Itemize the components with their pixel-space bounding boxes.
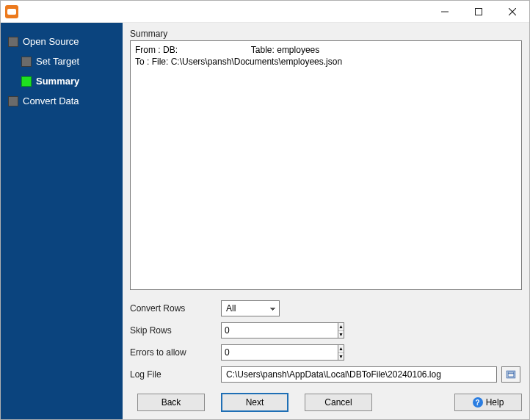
skip-rows-label: Skip Rows	[130, 325, 217, 336]
summary-textbox[interactable]: From : DB: Table: employees To : File: C…	[130, 40, 522, 290]
options-form: Convert Rows All Skip Rows ▲ ▼	[130, 300, 522, 383]
svg-rect-1	[476, 8, 482, 15]
maximize-icon	[475, 8, 482, 15]
sidebar-item-set-target[interactable]: Set Target	[18, 51, 123, 71]
sidebar-item-label: Summary	[36, 76, 79, 87]
help-button[interactable]: ? Help	[454, 394, 522, 411]
main-panel: Summary From : DB: Table: employees To :…	[123, 23, 529, 419]
log-file-input[interactable]	[221, 366, 497, 383]
sidebar-item-label: Convert Data	[23, 95, 79, 106]
spin-up-button[interactable]: ▲	[338, 323, 344, 331]
step-box-icon	[8, 37, 18, 47]
help-icon: ?	[473, 397, 483, 408]
step-box-icon	[8, 96, 18, 106]
sidebar-item-open-source[interactable]: Open Source	[5, 32, 123, 51]
maximize-button[interactable]	[462, 1, 495, 23]
errors-input[interactable]	[221, 344, 338, 361]
app-window: Open Source Set Target Summary Convert D…	[0, 0, 530, 420]
spin-buttons: ▲ ▼	[338, 344, 344, 361]
titlebar	[1, 1, 529, 23]
sidebar-item-label: Open Source	[23, 36, 79, 47]
close-button[interactable]	[495, 1, 529, 23]
browse-icon	[506, 369, 516, 380]
sidebar-item-convert-data[interactable]: Convert Data	[5, 91, 123, 111]
wizard-footer: Back Next Cancel ? Help	[130, 393, 522, 412]
back-button[interactable]: Back	[137, 394, 205, 411]
wizard-sidebar: Open Source Set Target Summary Convert D…	[1, 23, 123, 419]
convert-rows-label: Convert Rows	[130, 303, 217, 314]
spin-up-button[interactable]: ▲	[338, 345, 344, 353]
summary-from-line: From : DB: Table: employees	[135, 45, 319, 55]
next-button[interactable]: Next	[221, 393, 288, 412]
sidebar-item-summary[interactable]: Summary	[18, 71, 123, 91]
step-box-icon	[21, 76, 32, 87]
help-label: Help	[486, 397, 504, 408]
summary-to-line: To : File: C:\Users\pansh\Documents\empl…	[135, 57, 342, 67]
sidebar-item-label: Set Target	[36, 56, 79, 67]
step-box-icon	[21, 57, 32, 67]
skip-rows-spinner: ▲ ▼	[221, 322, 280, 338]
spin-buttons: ▲ ▼	[338, 322, 344, 338]
log-file-label: Log File	[130, 369, 217, 380]
skip-rows-input[interactable]	[221, 322, 338, 338]
window-controls	[428, 1, 529, 23]
errors-spinner: ▲ ▼	[221, 344, 280, 361]
minimize-button[interactable]	[428, 1, 462, 23]
convert-rows-select[interactable]: All	[221, 300, 280, 316]
browse-log-button[interactable]	[501, 366, 520, 383]
summary-heading: Summary	[130, 29, 522, 39]
cancel-button[interactable]: Cancel	[305, 394, 372, 411]
spin-down-button[interactable]: ▼	[338, 353, 344, 361]
minimize-icon	[441, 8, 449, 15]
spin-down-button[interactable]: ▼	[338, 331, 344, 338]
app-icon	[5, 5, 18, 18]
errors-label: Errors to allow	[130, 347, 217, 358]
close-icon	[509, 8, 516, 15]
svg-rect-5	[508, 372, 514, 377]
